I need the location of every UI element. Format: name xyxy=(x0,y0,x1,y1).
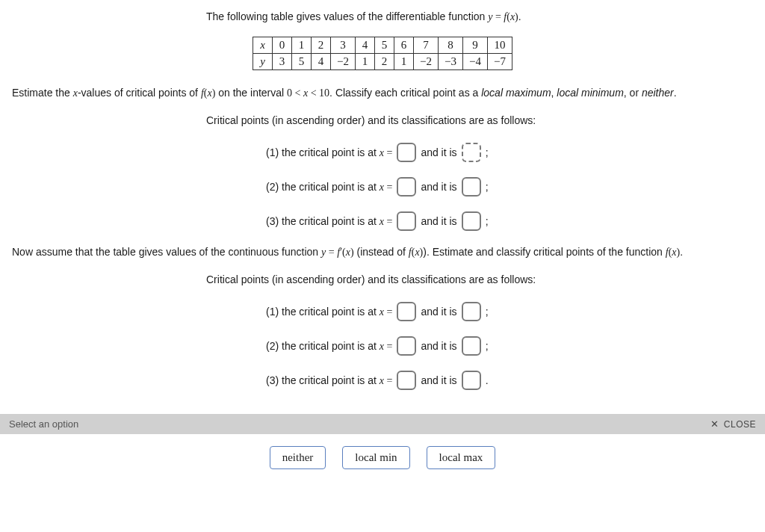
close-button[interactable]: ✕ CLOSE xyxy=(710,418,756,430)
classification-dropzone[interactable] xyxy=(462,336,481,356)
xvalue-input[interactable] xyxy=(397,143,416,162)
classification-dropzone[interactable] xyxy=(462,143,481,162)
close-icon: ✕ xyxy=(710,418,719,430)
cp1-row-1: (1) the critical point is at x = and it … xyxy=(12,143,753,162)
cp2-row-2: (2) the critical point is at x = and it … xyxy=(12,336,753,356)
intro-text: The following table gives values of the … xyxy=(12,10,753,23)
classification-dropzone[interactable] xyxy=(462,371,481,390)
table-row-x: x 012345678910 xyxy=(253,37,512,54)
options-row: neither local min local max xyxy=(0,434,765,483)
option-local-max[interactable]: local max xyxy=(427,446,496,469)
option-bar: Select an option ✕ CLOSE xyxy=(0,414,765,434)
classification-dropzone[interactable] xyxy=(462,302,481,321)
classification-dropzone[interactable] xyxy=(462,211,481,231)
subhead-2: Critical points (in ascending order) and… xyxy=(12,273,753,285)
xvalue-input[interactable] xyxy=(397,177,416,197)
values-table: x 012345678910 y 354−2121−2−3−4−7 xyxy=(253,37,512,70)
xvalue-input[interactable] xyxy=(397,211,416,231)
option-neither[interactable]: neither xyxy=(270,446,326,469)
xvalue-input[interactable] xyxy=(397,371,416,390)
cp1-row-3: (3) the critical point is at x = and it … xyxy=(12,211,753,231)
prompt-1: Estimate the x-values of critical points… xyxy=(12,87,753,99)
subhead-1: Critical points (in ascending order) and… xyxy=(12,114,753,126)
prompt-2: Now assume that the table gives values o… xyxy=(12,246,753,259)
option-local-min[interactable]: local min xyxy=(342,446,409,469)
select-placeholder: Select an option xyxy=(9,418,78,430)
classification-dropzone[interactable] xyxy=(462,177,481,197)
cp1-row-2: (2) the critical point is at x = and it … xyxy=(12,177,753,197)
xvalue-input[interactable] xyxy=(397,336,416,356)
xvalue-input[interactable] xyxy=(397,302,416,321)
table-row-y: y 354−2121−2−3−4−7 xyxy=(253,54,512,70)
cp2-row-1: (1) the critical point is at x = and it … xyxy=(12,302,753,321)
cp2-row-3: (3) the critical point is at x = and it … xyxy=(12,371,753,390)
